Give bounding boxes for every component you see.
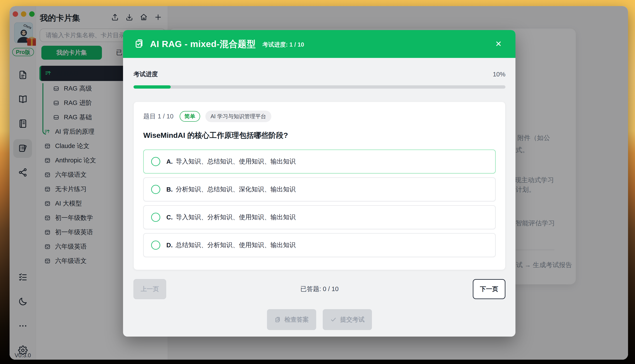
progress-bar-fill xyxy=(134,85,171,88)
answered-count: 已答题: 0 / 10 xyxy=(166,285,473,294)
radio-icon[interactable] xyxy=(151,213,160,222)
clipboard-check-icon xyxy=(274,316,281,323)
check-answers-button[interactable]: 检查答案 xyxy=(267,309,316,330)
clipboard-check-icon xyxy=(134,38,144,50)
next-page-button[interactable]: 下一页 xyxy=(473,279,506,299)
progress-section-label: 考试进度 xyxy=(134,70,158,78)
check-icon xyxy=(330,316,337,323)
exam-modal: AI RAG - mixed-混合题型 考试进度: 1 / 10 ✕ 考试进度 … xyxy=(123,30,516,336)
options-list: A.导入知识、总结知识、使用知识、输出知识B.分析知识、总结知识、深化知识、输出… xyxy=(143,150,496,257)
progress-bar xyxy=(134,85,506,88)
submit-exam-button[interactable]: 提交考试 xyxy=(323,309,372,330)
radio-icon[interactable] xyxy=(151,157,160,166)
radio-icon[interactable] xyxy=(151,240,160,250)
question-card: 题目 1 / 10 简单 AI 学习与知识管理平台 WiseMindAI 的核心… xyxy=(134,102,506,270)
topic-tag: AI 学习与知识管理平台 xyxy=(205,110,272,122)
answer-option-B[interactable]: B.分析知识、总结知识、深化知识、输出知识 xyxy=(143,178,496,202)
exam-title: AI RAG - mixed-混合题型 xyxy=(150,38,256,50)
progress-percent: 10% xyxy=(493,71,506,78)
prev-page-button[interactable]: 上一页 xyxy=(134,279,166,299)
answer-option-D[interactable]: D.总结知识、分析知识、使用知识、输出知识 xyxy=(143,233,496,257)
answer-option-A[interactable]: A.导入知识、总结知识、使用知识、输出知识 xyxy=(143,150,496,174)
question-text: WiseMindAI 的核心工作原理包括哪些阶段? xyxy=(143,130,496,140)
exam-actions: 检查答案提交考试 xyxy=(134,309,506,330)
close-icon[interactable]: ✕ xyxy=(494,39,503,49)
answer-option-C[interactable]: C.导入知识、分析知识、使用知识、输出知识 xyxy=(143,205,496,229)
exam-modal-header: AI RAG - mixed-混合题型 考试进度: 1 / 10 ✕ xyxy=(123,30,516,58)
question-counter: 题目 1 / 10 xyxy=(143,112,174,121)
app-window: Chris Pro版 V0.3.0 我的卡片集 我的卡片集 已 AI RAGRA… xyxy=(10,6,628,360)
exam-modal-body: 考试进度 10% 题目 1 / 10 简单 AI 学习与知识管理平台 WiseM… xyxy=(123,58,516,336)
radio-icon[interactable] xyxy=(151,185,160,194)
exam-progress-label: 考试进度: 1 / 10 xyxy=(262,41,304,48)
difficulty-badge: 简单 xyxy=(180,111,200,122)
